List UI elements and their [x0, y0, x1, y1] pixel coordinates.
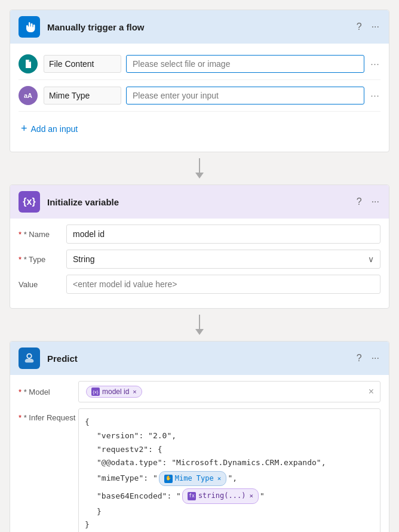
mime-type-menu-button[interactable]: ···	[369, 88, 380, 103]
trigger-actions: ? ···	[355, 20, 380, 33]
predict-header: Predict ? ···	[10, 342, 389, 375]
code-mimetype-after: ",	[228, 472, 237, 485]
name-label: * Name	[19, 230, 66, 239]
name-input[interactable]	[66, 225, 380, 244]
ellipsis-icon-3: ···	[370, 90, 379, 102]
ellipsis-icon-2: ···	[370, 58, 379, 70]
init-variable-card: {x} Initialize variable ? ··· * Name * T…	[10, 184, 389, 309]
infer-request-field[interactable]: { "version": "2.0", "requestv2": { "@@od…	[78, 408, 380, 532]
brain-icon	[23, 352, 36, 365]
question-icon-2: ?	[357, 196, 362, 207]
model-row: * Model {x} model id × ×	[19, 381, 380, 402]
arrow-down-1	[195, 158, 204, 179]
mime-type-tag-close[interactable]: ×	[217, 473, 222, 484]
predict-actions: ? ···	[355, 352, 380, 365]
mime-type-icon: aA	[19, 86, 38, 105]
ellipsis-icon-4: ···	[372, 196, 379, 207]
init-body: * Name * Type String ∨ Value	[10, 219, 389, 308]
tag-icon-label: {x}	[93, 389, 98, 395]
trigger-icon	[19, 16, 40, 38]
add-input-section: + Add an input	[19, 112, 380, 143]
question-icon-3: ?	[357, 353, 362, 364]
value-row: Value	[19, 275, 380, 294]
arrow-down-2	[195, 315, 204, 335]
type-value: String	[73, 254, 95, 264]
code-base64-after: "	[260, 490, 265, 503]
code-line-2: "requestv2": {	[85, 444, 374, 456]
arrow-head-2	[195, 329, 204, 335]
type-label: * Type	[19, 255, 66, 264]
arrow-line-2	[199, 315, 200, 329]
predict-card: Predict ? ··· * Model {x} model id ×	[10, 341, 389, 532]
hand-icon	[23, 21, 35, 33]
code-requestv2: "requestv2": {	[97, 444, 162, 456]
string-func-tag: fx string(...) ×	[182, 488, 259, 503]
document-icon	[23, 59, 33, 69]
trigger-tag-icon-label: ✋	[165, 475, 171, 482]
model-field[interactable]: {x} model id × ×	[78, 381, 380, 402]
init-actions: ? ···	[355, 195, 380, 208]
arrow-head-1	[195, 173, 204, 179]
file-content-menu-button[interactable]: ···	[369, 57, 380, 72]
trigger-title: Manually trigger a flow	[47, 22, 355, 32]
value-label: Value	[19, 280, 66, 289]
code-brace-open: {	[85, 416, 90, 429]
plus-icon: +	[21, 122, 27, 135]
code-odata: "@@odata.type": "Microsoft.Dynamics.CRM.…	[97, 457, 326, 469]
init-title: Initialize variable	[47, 197, 355, 207]
predict-help-button[interactable]: ?	[355, 352, 363, 365]
variable-icon: {x}	[23, 196, 35, 207]
variable-tag-icon: {x}	[91, 388, 100, 396]
code-line-4: "mimeType": " ✋ Mime Type × ",	[85, 471, 374, 487]
string-func-close[interactable]: ×	[249, 491, 253, 502]
chevron-down-icon: ∨	[368, 254, 374, 264]
mime-type-value[interactable]: Please enter your input	[126, 87, 364, 104]
trigger-tag-icon: ✋	[164, 475, 173, 483]
init-menu-button[interactable]: ···	[370, 195, 380, 208]
code-close-brace: }	[97, 506, 102, 518]
predict-icon	[19, 348, 40, 369]
model-tag-close[interactable]: ×	[133, 388, 136, 395]
mime-type-tag: ✋ Mime Type ×	[159, 471, 227, 486]
init-icon: {x}	[19, 191, 40, 213]
mime-type-row: aA Mime Type Please enter your input ···	[19, 80, 380, 112]
init-header: {x} Initialize variable ? ···	[10, 185, 389, 219]
model-label: * Model	[19, 388, 78, 396]
code-line-7: }	[85, 519, 374, 531]
mime-type-label: Mime Type	[44, 87, 121, 104]
arrow-line-1	[199, 158, 200, 173]
code-line-0: {	[85, 416, 374, 429]
add-input-button[interactable]: + Add an input	[19, 116, 80, 141]
file-content-type-icon	[19, 54, 38, 73]
init-help-button[interactable]: ?	[355, 195, 363, 208]
predict-body: * Model {x} model id × × * Infer Request…	[10, 375, 389, 532]
infer-label: * Infer Request	[19, 408, 78, 422]
add-input-label: Add an input	[31, 124, 78, 134]
ellipsis-icon-5: ···	[372, 353, 379, 364]
code-line-5: "base64Encoded": " fx string(...) × "	[85, 488, 374, 504]
file-content-value[interactable]: Please select file or image	[126, 55, 364, 73]
mime-type-tag-label: Mime Type	[175, 473, 214, 484]
model-tag-label: model id	[102, 388, 129, 396]
type-select[interactable]: String ∨	[66, 250, 380, 269]
trigger-menu-button[interactable]: ···	[370, 20, 380, 33]
model-id-tag: {x} model id ×	[86, 386, 142, 398]
predict-menu-button[interactable]: ···	[370, 352, 380, 365]
code-line-6: }	[85, 506, 374, 518]
connector-2	[10, 309, 389, 341]
connector-1	[10, 152, 389, 184]
value-input[interactable]	[66, 275, 380, 294]
trigger-help-button[interactable]: ?	[355, 20, 363, 33]
file-content-label: File Content	[44, 55, 121, 73]
code-outer-close: }	[85, 519, 90, 531]
predict-title: Predict	[47, 353, 355, 364]
trigger-header: Manually trigger a flow ? ···	[10, 10, 389, 44]
string-func-label: string(...)	[198, 490, 245, 502]
name-row: * Name	[19, 225, 380, 244]
code-version: "version": "2.0",	[97, 430, 176, 442]
model-clear-button[interactable]: ×	[369, 386, 374, 397]
question-icon: ?	[357, 21, 362, 32]
ellipsis-icon: ···	[372, 21, 379, 32]
code-mimetype-before: "mimeType": "	[97, 472, 158, 485]
code-base64-before: "base64Encoded": "	[97, 490, 181, 503]
